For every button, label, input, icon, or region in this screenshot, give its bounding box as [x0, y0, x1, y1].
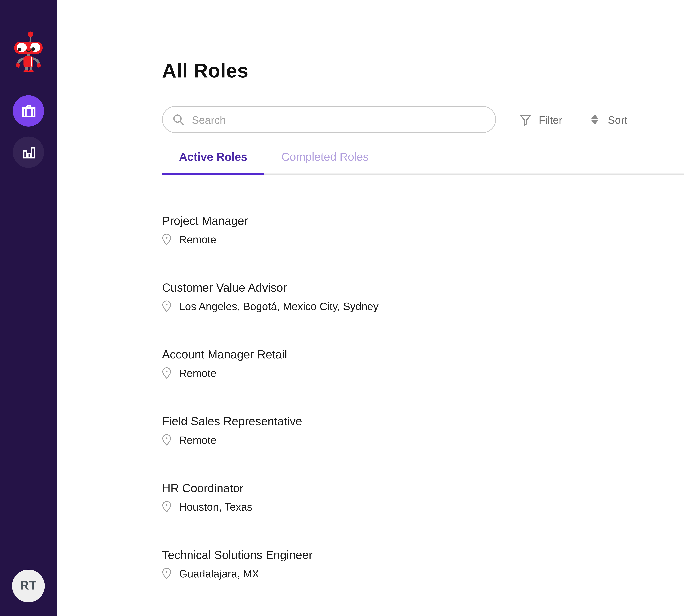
role-title[interactable]: Project Manager	[162, 214, 684, 228]
tab-completed-roles[interactable]: Completed Roles	[265, 141, 386, 174]
app-window: RT All Roles 3 Active Roles Filter	[0, 0, 684, 616]
location-pin-icon	[162, 567, 171, 579]
table-header: New Talent Interviews Created On	[162, 175, 684, 196]
role-info: Technical Solutions Engineer Guadalajara…	[162, 548, 684, 579]
role-title[interactable]: Account Manager Retail	[162, 348, 684, 361]
location-pin-icon	[162, 501, 171, 513]
filter-button[interactable]: Filter	[519, 113, 562, 126]
sort-arrows-icon	[589, 112, 601, 127]
role-row[interactable]: Technical Solutions Engineer Guadalajara…	[162, 530, 684, 597]
robot-mascot-logo	[11, 31, 46, 72]
filter-label: Filter	[539, 113, 562, 126]
role-row[interactable]: Project Manager Remote +1	[162, 196, 684, 263]
tab-active-roles[interactable]: Active Roles	[162, 141, 264, 174]
role-info: Field Sales Representative Remote	[162, 415, 684, 446]
role-row[interactable]: HR Coordinator Houston, Texas +1	[162, 464, 684, 530]
sort-label: Sort	[608, 113, 628, 126]
robot-icon	[11, 31, 46, 72]
role-row[interactable]: Field Sales Representative Remote +1	[162, 397, 684, 464]
role-location-text: Remote	[179, 233, 216, 245]
role-location: Houston, Texas	[162, 501, 684, 513]
role-row[interactable]: Account Manager Retail Remote +1	[162, 330, 684, 397]
search-icon	[171, 112, 185, 127]
tabs-bar: Active Roles Completed Roles	[162, 141, 684, 175]
role-row[interactable]: Customer Value Advisor Los Angeles, Bogo…	[162, 263, 684, 330]
role-info: Account Manager Retail Remote	[162, 348, 684, 379]
role-title[interactable]: HR Coordinator	[162, 481, 684, 495]
location-pin-icon	[162, 434, 171, 446]
page-header: All Roles 3 Active Roles	[162, 60, 684, 82]
briefcase-icon	[20, 103, 37, 119]
role-location-text: Guadalajara, MX	[179, 567, 259, 579]
page-title: All Roles	[162, 60, 248, 82]
role-location: Remote	[162, 367, 684, 379]
search-box	[162, 106, 496, 133]
sidebar-item-roles[interactable]	[13, 95, 44, 127]
roles-list: Project Manager Remote +1	[162, 196, 684, 597]
sidebar-nav	[13, 95, 44, 168]
role-info: HR Coordinator Houston, Texas	[162, 481, 684, 513]
location-pin-icon	[162, 367, 171, 379]
role-info: Project Manager Remote	[162, 214, 684, 245]
bar-chart-icon	[21, 145, 36, 160]
location-pin-icon	[162, 233, 171, 245]
role-location: Los Angeles, Bogotá, Mexico City, Sydney	[162, 300, 684, 312]
role-title[interactable]: Field Sales Representative	[162, 415, 684, 428]
role-title[interactable]: Customer Value Advisor	[162, 281, 684, 294]
role-title[interactable]: Technical Solutions Engineer	[162, 548, 684, 562]
role-location-text: Los Angeles, Bogotá, Mexico City, Sydney	[179, 300, 379, 312]
role-info: Customer Value Advisor Los Angeles, Bogo…	[162, 281, 684, 312]
role-location-text: Remote	[179, 367, 216, 379]
role-location: Remote	[162, 233, 684, 245]
role-location-text: Houston, Texas	[179, 501, 252, 513]
sidebar-item-analytics[interactable]	[13, 136, 44, 168]
user-avatar[interactable]: RT	[12, 570, 45, 602]
role-location-text: Remote	[179, 434, 216, 446]
location-pin-icon	[162, 300, 171, 312]
toolbar: Filter Sort + New Role	[162, 106, 684, 133]
role-location: Remote	[162, 434, 684, 446]
search-input[interactable]	[162, 106, 496, 133]
role-location: Guadalajara, MX	[162, 567, 684, 579]
main-content: All Roles 3 Active Roles Filter	[57, 0, 684, 616]
filter-funnel-icon	[519, 113, 532, 126]
sort-button[interactable]: Sort	[589, 112, 628, 127]
sidebar: RT	[0, 0, 57, 616]
